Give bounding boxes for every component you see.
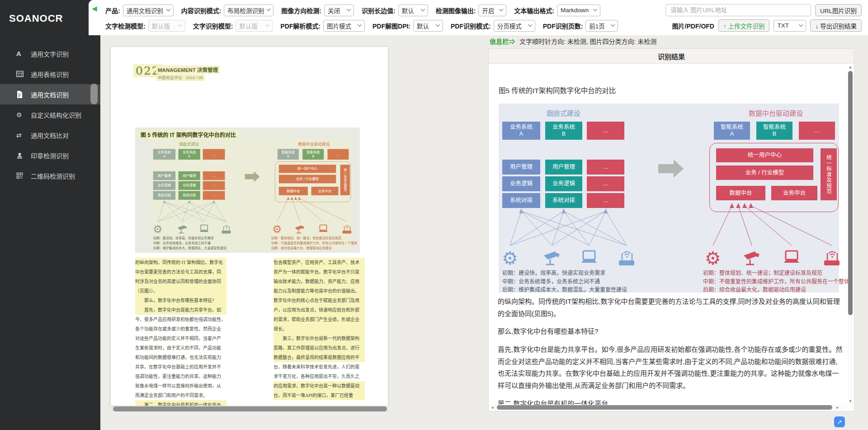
preview-text-line: 户，以应用为出发点，快速响应前台和外部 <box>274 305 365 315</box>
sidebar-item-label: 通用文字识别 <box>31 49 69 58</box>
diagram-box: 数据中台 <box>279 187 308 195</box>
text-recognize-model-select[interactable]: 默认版 <box>236 20 273 32</box>
compare-arrows-icon: ⇄ <box>16 132 27 139</box>
diagram-box: 业务 / 行业模型 <box>716 165 813 180</box>
preview-text-line: 求千变万化，各种应用层出不穷，久而久之 <box>274 372 365 381</box>
diagram-box: 业务逻辑 <box>179 181 200 190</box>
diagram-left-title: 烟囱式建设 <box>525 108 602 118</box>
magazine-header: MANAGEMENT 决策管理 中欧商业评论 · 2019 / 09 <box>156 66 220 81</box>
long-edge-select[interactable]: 默认 <box>398 5 428 16</box>
export-format-select[interactable]: TXT <box>774 20 806 32</box>
preview-text-line: 输出技术能力，数据能力、资产能力、应用 <box>274 277 365 286</box>
scroll-left-icon[interactable]: ◂ <box>491 405 494 410</box>
app-logo: SOANOCR <box>9 13 63 24</box>
preview-horizontal-scrollbar[interactable] <box>113 406 387 411</box>
sidebar-item-seal-detection[interactable]: 印章检测识别 <box>0 145 100 165</box>
preview-text-line: 思路，其工作原理是以应用为出发点，进行 <box>274 343 365 353</box>
text-format-select[interactable]: Markdown <box>557 5 600 16</box>
document-preview-page: 022 MANAGEMENT 决策管理 中欧商业评论 · 2019 / 09 图… <box>111 47 388 406</box>
sidebar: SOANOCR A 通用文字识别 通用表格识别 通用文档识别 ⚙ 自定义结构化识 <box>0 0 100 430</box>
text-detect-model-select[interactable]: 默认版 <box>148 20 185 32</box>
upload-file-button[interactable]: ↑ 上传文件识别 <box>718 19 770 32</box>
toolbar-row-1: 产品: 通用文档识别 内容识别模式: 布局检测识别 图像方向检测: 关闭 识别长… <box>94 3 862 17</box>
export-result-button[interactable]: ↓ 导出识别结果 <box>810 19 862 32</box>
diagram-box: 系统对接 <box>502 193 540 208</box>
sidebar-item-label: 二维码检测识别 <box>31 171 75 180</box>
caption-line: 初期：整体规划、统一建设；制定建设标准及规范 <box>703 269 849 278</box>
diagram-box: 业务逻辑 <box>153 181 175 190</box>
diagram-box: … <box>203 191 225 199</box>
standards-vertical-bar: 统一标准及规范 <box>821 148 837 200</box>
recognized-text: 的纵向架构。同传统的IT架构相比,数字化中台需要更完善的方法论与工具的支撑,同时… <box>498 296 844 411</box>
field-text-recognize-model: 文字识别模型: 默认版 <box>193 20 273 32</box>
pdf-dpi-select[interactable]: 默认 <box>413 20 443 32</box>
field-label: 内容识别模式: <box>181 6 222 15</box>
preview-text-line: 首先，数字化中台是能力共享平台。如 <box>135 305 226 315</box>
figure-caption: 图5 传统的IT架构同数字化中台的对比 <box>499 85 616 95</box>
image-url-input[interactable] <box>665 4 811 16</box>
cctv-camera-icon <box>742 248 762 268</box>
sidebar-item-document-ocr[interactable]: 通用文档识别 <box>0 84 100 104</box>
url-recognize-button[interactable]: URL图片识别 <box>815 4 862 16</box>
browser-extension-icon[interactable]: ↗ <box>834 416 845 427</box>
sidebar-item-table-ocr[interactable]: 通用表格识别 <box>0 64 100 84</box>
scroll-down-icon[interactable]: ▼ <box>848 399 853 403</box>
pdf-recognize-mode-select[interactable]: 分页模式 <box>494 20 535 32</box>
field-text-detect-model: 文字检测模型: 默认版 <box>105 20 185 32</box>
scroll-right-icon[interactable]: ▸ <box>836 405 839 410</box>
diagram-box: 业务系统B <box>545 122 582 140</box>
pdf-parse-mode-select[interactable]: 图片模式 <box>323 20 365 32</box>
diagram-box: 用户管理 <box>545 160 582 175</box>
table-icon <box>16 71 27 77</box>
preview-text-line: 的需求，帮助业务部门产生业绩，形成企业 <box>274 315 365 324</box>
field-label: 产品: <box>105 6 120 15</box>
results-vertical-scrollbar[interactable]: ▲ ▼ <box>848 65 853 404</box>
diagram-box: … <box>203 149 225 160</box>
results-horizontal-scrollbar[interactable]: ◂ ▸ <box>491 405 847 410</box>
diagram-box: 智能系统B <box>756 122 793 140</box>
caption-line: 后期：综合收益最大化，数据驱动应用建设 <box>271 246 358 250</box>
diagram-box: 业务系统B <box>179 149 200 160</box>
sidebar-item-custom-structured-ocr[interactable]: ⚙ 自定义结构化识别 <box>0 104 100 125</box>
scrollbar-thumb[interactable] <box>848 71 853 315</box>
diagram-box: 用户管理 <box>153 171 175 180</box>
laptop-icon <box>198 223 210 235</box>
scrollbar-thumb[interactable] <box>497 405 832 410</box>
diagram-box: 用户管理 <box>179 171 200 180</box>
sidebar-item-label: 自定义结构化识别 <box>31 110 81 119</box>
field-label: 文字检测模型: <box>105 21 146 30</box>
laptop-icon <box>579 248 599 268</box>
standards-vertical-bar: 统一标准及规范 <box>340 165 350 195</box>
it-architecture-comparison-diagram-scan: 烟囱式建设 数据中台驱动建设 业务系统A 业务系统B … 用户管理 用户管理 …… <box>151 138 351 250</box>
orientation-detect-select[interactable]: 关闭 <box>324 5 354 16</box>
diagram-box: … <box>203 181 225 190</box>
transition-arrow-icon <box>254 171 260 182</box>
recognized-paragraph: 的纵向架构。同传统的IT架构相比,数字化中台需要更完善的方法论与工具的支撑,同时… <box>498 296 844 320</box>
caption-line: 中期：不做重复性的集成维护工作，所有公共服务在一个整体 <box>703 278 849 286</box>
diagram-box: 业务中台 <box>311 187 339 195</box>
sidebar-item-label: 通用文档识别 <box>31 90 69 99</box>
preview-text-line: 增长。 <box>274 324 365 334</box>
pdf-pages-select[interactable]: 前1页 <box>585 20 618 32</box>
caption-line: 后期：维护集成成本大，数据混乱，大量重复性建设 <box>153 246 226 250</box>
diagram-box: 用户管理 <box>502 160 540 175</box>
sidebar-item-document-compare[interactable]: ⇄ 通用文档比对 <box>0 125 100 145</box>
field-text-format: 文本输出格式: Markdown <box>514 5 600 16</box>
diagram-box: 统一用户中心 <box>279 165 336 173</box>
magazine-title: MANAGEMENT 决策管理 <box>156 66 220 74</box>
sidebar-item-qrcode-detection[interactable]: 二维码检测识别 <box>0 165 100 186</box>
content-mode-select[interactable]: 布局检测识别 <box>224 5 274 16</box>
chevron-down-icon <box>799 22 803 27</box>
collapse-sidebar-icon[interactable]: ◀ <box>92 5 97 12</box>
soanocr-app: SOANOCR A 通用文字识别 通用表格识别 通用文档识别 ⚙ 自定义结构化识 <box>0 0 868 430</box>
sidebar-item-general-text-ocr[interactable]: A 通用文字识别 <box>0 43 100 64</box>
diagram-box: 智能系统A <box>714 122 750 140</box>
diagram-box: … <box>799 122 835 140</box>
preview-text-line: 能力以及制度能力等也是中台的价值输出。 <box>274 286 365 296</box>
image-output-select[interactable]: 开启 <box>478 5 506 16</box>
preview-text-line: 时涉及对业务的高度认同和管理的全面协同 <box>135 277 226 286</box>
preview-text-line: 台。而不是一堆API的接口，某厂已经重 <box>274 391 365 400</box>
scroll-up-icon[interactable]: ▲ <box>848 65 853 69</box>
panel-resize-handle[interactable] <box>90 84 98 104</box>
product-select[interactable]: 通用文档识别 <box>123 5 174 16</box>
